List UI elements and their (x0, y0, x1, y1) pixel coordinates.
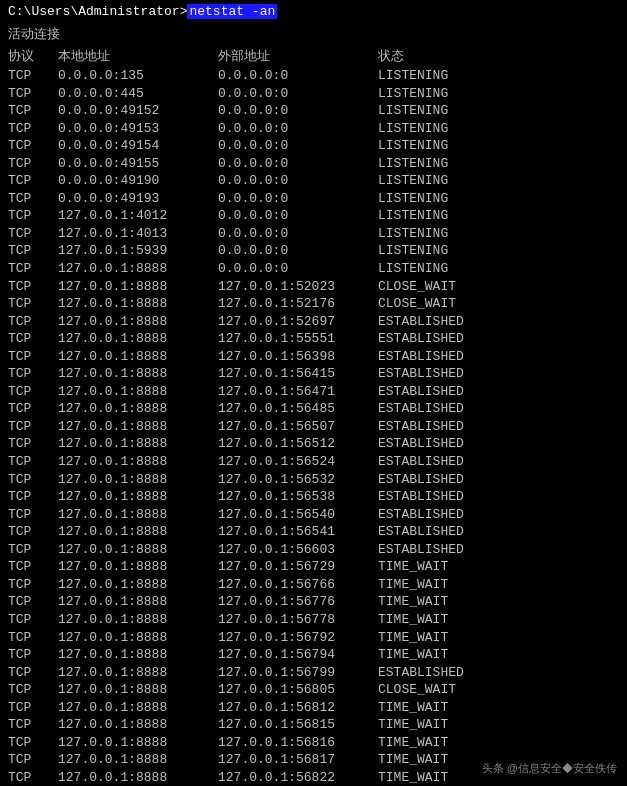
cell-local: 127.0.0.1:4012 (58, 207, 218, 225)
cell-state: ESTABLISHED (378, 506, 538, 524)
section-title: 活动连接 (8, 25, 619, 43)
cell-local: 127.0.0.1:8888 (58, 751, 218, 769)
cell-state: ESTABLISHED (378, 488, 538, 506)
cell-proto: TCP (8, 576, 58, 594)
cell-foreign: 0.0.0.0:0 (218, 120, 378, 138)
cell-foreign: 127.0.0.1:56512 (218, 435, 378, 453)
cell-proto: TCP (8, 488, 58, 506)
cell-foreign: 127.0.0.1:56729 (218, 558, 378, 576)
header-local: 本地地址 (58, 47, 218, 65)
cell-state: TIME_WAIT (378, 734, 538, 752)
cell-state: TIME_WAIT (378, 716, 538, 734)
cell-proto: TCP (8, 769, 58, 786)
cell-foreign: 127.0.0.1:52176 (218, 295, 378, 313)
cell-proto: TCP (8, 541, 58, 559)
cell-foreign: 0.0.0.0:0 (218, 137, 378, 155)
cell-state: CLOSE_WAIT (378, 295, 538, 313)
cell-state: ESTABLISHED (378, 313, 538, 331)
cell-proto: TCP (8, 716, 58, 734)
table-row: TCP127.0.0.1:8888127.0.0.1:56792TIME_WAI… (8, 629, 619, 647)
cell-state: TIME_WAIT (378, 593, 538, 611)
table-row: TCP127.0.0.1:8888127.0.0.1:52697ESTABLIS… (8, 313, 619, 331)
cell-local: 127.0.0.1:8888 (58, 629, 218, 647)
cell-local: 127.0.0.1:8888 (58, 734, 218, 752)
table-row: TCP0.0.0.0:1350.0.0.0:0LISTENING (8, 67, 619, 85)
cell-foreign: 127.0.0.1:56812 (218, 699, 378, 717)
cell-proto: TCP (8, 646, 58, 664)
cell-state: LISTENING (378, 85, 538, 103)
cell-state: LISTENING (378, 260, 538, 278)
table-row: TCP127.0.0.1:8888127.0.0.1:55551ESTABLIS… (8, 330, 619, 348)
cell-proto: TCP (8, 751, 58, 769)
cell-local: 127.0.0.1:8888 (58, 699, 218, 717)
cell-proto: TCP (8, 383, 58, 401)
table-row: TCP0.0.0.0:491930.0.0.0:0LISTENING (8, 190, 619, 208)
cell-foreign: 127.0.0.1:56792 (218, 629, 378, 647)
cell-state: ESTABLISHED (378, 664, 538, 682)
cell-foreign: 0.0.0.0:0 (218, 85, 378, 103)
cell-foreign: 127.0.0.1:56817 (218, 751, 378, 769)
cell-state: LISTENING (378, 242, 538, 260)
table-row: TCP127.0.0.1:40120.0.0.0:0LISTENING (8, 207, 619, 225)
cell-proto: TCP (8, 242, 58, 260)
cell-foreign: 127.0.0.1:56603 (218, 541, 378, 559)
cell-proto: TCP (8, 190, 58, 208)
cell-state: TIME_WAIT (378, 699, 538, 717)
cell-local: 0.0.0.0:49152 (58, 102, 218, 120)
cell-local: 127.0.0.1:8888 (58, 260, 218, 278)
cell-state: LISTENING (378, 67, 538, 85)
cell-local: 127.0.0.1:5939 (58, 242, 218, 260)
table-row: TCP0.0.0.0:491540.0.0.0:0LISTENING (8, 137, 619, 155)
cell-foreign: 0.0.0.0:0 (218, 207, 378, 225)
cell-local: 127.0.0.1:8888 (58, 769, 218, 786)
cell-state: LISTENING (378, 137, 538, 155)
cell-proto: TCP (8, 348, 58, 366)
cell-proto: TCP (8, 400, 58, 418)
table-body: TCP0.0.0.0:1350.0.0.0:0LISTENINGTCP0.0.0… (8, 67, 619, 786)
cell-state: ESTABLISHED (378, 453, 538, 471)
cell-proto: TCP (8, 172, 58, 190)
cell-local: 127.0.0.1:8888 (58, 646, 218, 664)
cell-local: 0.0.0.0:135 (58, 67, 218, 85)
cell-local: 127.0.0.1:8888 (58, 383, 218, 401)
cell-local: 127.0.0.1:8888 (58, 541, 218, 559)
cell-proto: TCP (8, 629, 58, 647)
cell-state: TIME_WAIT (378, 611, 538, 629)
cell-local: 127.0.0.1:8888 (58, 611, 218, 629)
cell-foreign: 0.0.0.0:0 (218, 67, 378, 85)
cell-proto: TCP (8, 418, 58, 436)
cell-local: 0.0.0.0:49155 (58, 155, 218, 173)
table-row: TCP127.0.0.1:8888127.0.0.1:56512ESTABLIS… (8, 435, 619, 453)
cell-proto: TCP (8, 734, 58, 752)
table-row: TCP127.0.0.1:88880.0.0.0:0LISTENING (8, 260, 619, 278)
table-row: TCP0.0.0.0:491900.0.0.0:0LISTENING (8, 172, 619, 190)
cell-foreign: 0.0.0.0:0 (218, 102, 378, 120)
cell-foreign: 127.0.0.1:55551 (218, 330, 378, 348)
cell-foreign: 127.0.0.1:56485 (218, 400, 378, 418)
cell-state: ESTABLISHED (378, 471, 538, 489)
cell-local: 127.0.0.1:8888 (58, 278, 218, 296)
cell-local: 127.0.0.1:8888 (58, 418, 218, 436)
header-state: 状态 (378, 47, 538, 65)
cell-local: 127.0.0.1:8888 (58, 400, 218, 418)
cell-proto: TCP (8, 365, 58, 383)
cell-foreign: 127.0.0.1:56794 (218, 646, 378, 664)
cell-foreign: 0.0.0.0:0 (218, 242, 378, 260)
cell-local: 0.0.0.0:49190 (58, 172, 218, 190)
cell-local: 0.0.0.0:49154 (58, 137, 218, 155)
cell-foreign: 127.0.0.1:56541 (218, 523, 378, 541)
cell-state: ESTABLISHED (378, 400, 538, 418)
cell-state: LISTENING (378, 102, 538, 120)
cell-foreign: 127.0.0.1:56538 (218, 488, 378, 506)
table-row: TCP127.0.0.1:8888127.0.0.1:56541ESTABLIS… (8, 523, 619, 541)
table-row: TCP127.0.0.1:8888127.0.0.1:56778TIME_WAI… (8, 611, 619, 629)
cell-state: LISTENING (378, 225, 538, 243)
cell-local: 0.0.0.0:49153 (58, 120, 218, 138)
table-row: TCP127.0.0.1:59390.0.0.0:0LISTENING (8, 242, 619, 260)
cell-foreign: 127.0.0.1:56532 (218, 471, 378, 489)
cell-proto: TCP (8, 681, 58, 699)
cell-proto: TCP (8, 558, 58, 576)
cell-proto: TCP (8, 137, 58, 155)
cell-foreign: 127.0.0.1:56524 (218, 453, 378, 471)
table-row: TCP0.0.0.0:4450.0.0.0:0LISTENING (8, 85, 619, 103)
